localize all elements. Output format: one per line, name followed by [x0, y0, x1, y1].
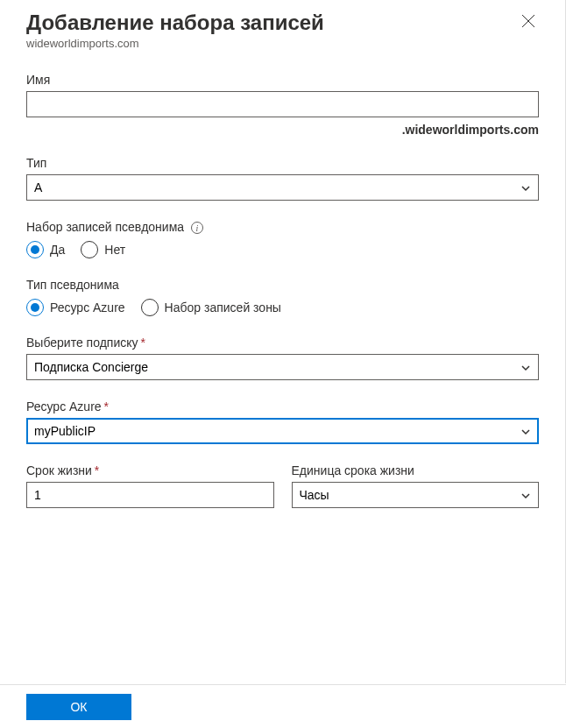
chevron-down-icon	[520, 362, 531, 372]
subscription-label: Выберите подписку*	[26, 336, 539, 350]
panel-footer: ОК	[0, 684, 566, 728]
add-recordset-panel: Добавление набора записей wideworldimpor…	[0, 0, 566, 683]
subscription-group: Выберите подписку* Подписка Concierge	[26, 336, 539, 380]
subscription-select[interactable]: Подписка Concierge	[26, 354, 539, 380]
radio-icon	[26, 299, 44, 316]
radio-icon	[81, 241, 98, 258]
type-select-value: A	[34, 180, 42, 194]
zone-recordset-radio[interactable]: Набор записей зоны	[141, 299, 281, 316]
alias-type-group: Тип псевдонима Ресурс Azure Набор записе…	[26, 278, 539, 316]
ttl-unit-group: Единица срока жизни Часы	[292, 463, 540, 508]
azure-resource-group: Ресурс Azure* myPublicIP	[26, 399, 539, 444]
ttl-group: Срок жизни*	[26, 463, 274, 508]
ttl-unit-label: Единица срока жизни	[292, 463, 540, 477]
chevron-down-icon	[520, 182, 531, 193]
close-icon	[521, 16, 535, 31]
radio-icon	[141, 299, 159, 316]
ttl-label: Срок жизни*	[26, 463, 274, 477]
name-suffix: .wideworldimports.com	[26, 123, 539, 137]
subscription-select-value: Подписка Concierge	[34, 360, 148, 374]
alias-yes-label: Да	[50, 243, 65, 257]
azure-resource-select-value: myPublicIP	[34, 424, 96, 438]
alias-recordset-radios: Да Нет	[26, 241, 539, 258]
ttl-input[interactable]	[26, 482, 274, 508]
type-label: Тип	[26, 156, 539, 170]
azure-resource-radio-label: Ресурс Azure	[50, 300, 125, 315]
type-field-group: Тип A	[26, 156, 539, 201]
name-input[interactable]	[26, 91, 539, 117]
azure-resource-select[interactable]: myPublicIP	[26, 418, 539, 444]
ttl-row: Срок жизни* Единица срока жизни Часы	[26, 463, 539, 527]
panel-title: Добавление набора записей	[26, 11, 324, 35]
panel-subtitle: wideworldimports.com	[26, 37, 539, 50]
close-button[interactable]	[518, 11, 539, 35]
info-icon[interactable]: i	[191, 222, 203, 234]
zone-recordset-radio-label: Набор записей зоны	[165, 300, 281, 315]
panel-header: Добавление набора записей	[26, 11, 539, 35]
name-field-group: Имя .wideworldimports.com	[26, 73, 539, 137]
ttl-unit-select[interactable]: Часы	[292, 482, 540, 508]
ttl-unit-value: Часы	[300, 488, 329, 502]
azure-resource-radio[interactable]: Ресурс Azure	[26, 299, 125, 316]
radio-icon	[26, 241, 44, 258]
alias-type-label: Тип псевдонима	[26, 278, 539, 292]
alias-type-radios: Ресурс Azure Набор записей зоны	[26, 299, 539, 316]
alias-recordset-group: Набор записей псевдонима i Да Нет	[26, 220, 539, 258]
azure-resource-label: Ресурс Azure*	[26, 399, 539, 413]
header-titles: Добавление набора записей	[26, 11, 324, 35]
chevron-down-icon	[520, 490, 531, 500]
alias-no-radio[interactable]: Нет	[81, 241, 125, 258]
chevron-down-icon	[520, 426, 531, 436]
alias-no-label: Нет	[104, 243, 125, 257]
ok-button[interactable]: ОК	[26, 694, 131, 720]
alias-yes-radio[interactable]: Да	[26, 241, 65, 258]
type-select[interactable]: A	[26, 174, 539, 201]
name-label: Имя	[26, 73, 539, 87]
alias-recordset-label: Набор записей псевдонима i	[26, 220, 539, 234]
